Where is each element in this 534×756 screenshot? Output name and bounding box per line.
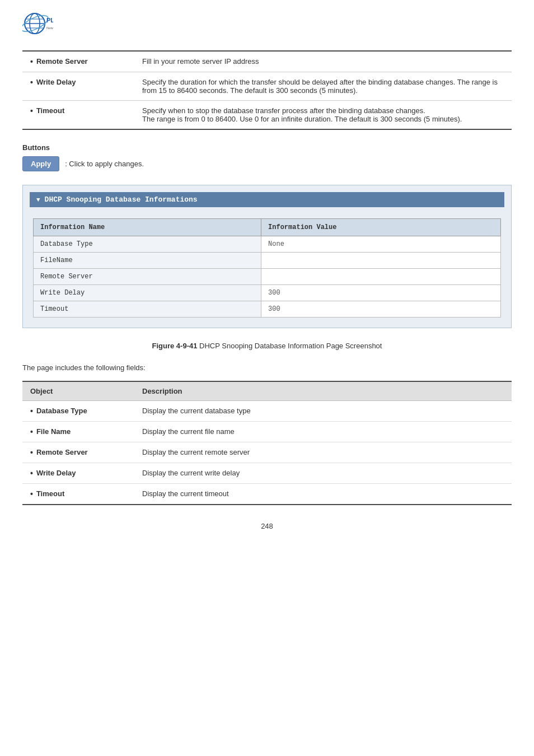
dhcp-col1-header: Information Name (34, 219, 261, 236)
figure-text: DHCP Snooping Database Information Page … (199, 342, 382, 350)
desc-object: Write Delay (22, 463, 134, 484)
desc-description: Display the current timeout (134, 484, 512, 505)
desc-table-row: TimeoutDisplay the current timeout (22, 484, 512, 505)
desc-object: Timeout (22, 484, 134, 505)
dhcp-row-name: FileName (34, 253, 261, 269)
dhcp-row-value: 300 (261, 301, 501, 318)
figure-caption: Figure 4-9-41 DHCP Snooping Database Inf… (22, 342, 512, 350)
desc-table-row: Database TypeDisplay the current databas… (22, 401, 512, 422)
row-label: Write Delay (22, 72, 134, 101)
dhcp-col2-header: Information Value (261, 219, 501, 236)
bullet-label: Write Delay (30, 78, 127, 87)
dhcp-info-table: Information Name Information Value Datab… (33, 218, 501, 318)
row-description: Fill in your remote server IP address (134, 51, 512, 72)
desc-object: File Name (22, 422, 134, 442)
dhcp-section-title: DHCP Snooping Database Informations (45, 195, 198, 204)
dhcp-row-value (261, 269, 501, 285)
page-description: The page includes the following fields: (22, 363, 512, 372)
table-row: Remote ServerFill in your remote server … (22, 51, 512, 72)
desc-object: Database Type (22, 401, 134, 422)
dhcp-row-name: Timeout (34, 301, 261, 318)
desc-table: Object Description Database TypeDisplay … (22, 381, 512, 505)
table-row: TimeoutSpecify when to stop the database… (22, 101, 512, 130)
desc-table-row: Write DelayDisplay the current write del… (22, 463, 512, 484)
dhcp-table-row: Remote Server (34, 269, 501, 285)
dhcp-row-value (261, 253, 501, 269)
svg-text:Networking & Communication: Networking & Communication (46, 26, 53, 30)
buttons-section: Buttons Apply : Click to apply changes. (22, 143, 512, 171)
top-info-table: Remote ServerFill in your remote server … (22, 50, 512, 130)
desc-col2-header: Description (134, 381, 512, 401)
bullet-label: Timeout (30, 106, 127, 115)
row-label: Timeout (22, 101, 134, 130)
dhcp-row-name: Remote Server (34, 269, 261, 285)
row-label: Remote Server (22, 51, 134, 72)
desc-bullet: Database Type (30, 407, 127, 416)
desc-table-row: File NameDisplay the current file name (22, 422, 512, 442)
desc-col1-header: Object (22, 381, 134, 401)
desc-bullet: Timeout (30, 489, 127, 498)
dhcp-table-row: Timeout300 (34, 301, 501, 318)
dhcp-table-row: FileName (34, 253, 501, 269)
row-description: Specify the duration for which the trans… (134, 72, 512, 101)
apply-button[interactable]: Apply (22, 156, 59, 171)
dhcp-row-name: Write Delay (34, 285, 261, 301)
planet-logo-icon: PLANET Networking & Communication (22, 11, 53, 39)
desc-description: Display the current write delay (134, 463, 512, 484)
dhcp-collapse-arrow[interactable]: ▼ (36, 197, 40, 203)
logo-area: PLANET Networking & Communication (22, 11, 512, 39)
bullet-label: Remote Server (30, 57, 127, 66)
desc-description: Display the current remote server (134, 442, 512, 463)
row-description: Specify when to stop the database transf… (134, 101, 512, 130)
desc-object: Remote Server (22, 442, 134, 463)
dhcp-table-row: Database TypeNone (34, 236, 501, 253)
desc-bullet: Remote Server (30, 448, 127, 457)
dhcp-snooping-section: ▼ DHCP Snooping Database Informations In… (22, 185, 512, 328)
buttons-heading: Buttons (22, 143, 512, 152)
svg-text:PLANET: PLANET (46, 17, 53, 24)
dhcp-section-header: ▼ DHCP Snooping Database Informations (30, 192, 504, 207)
desc-bullet: File Name (30, 427, 127, 436)
dhcp-table-row: Write Delay300 (34, 285, 501, 301)
dhcp-row-value: 300 (261, 285, 501, 301)
figure-label: Figure 4-9-41 (152, 342, 198, 350)
dhcp-row-value: None (261, 236, 501, 253)
dhcp-row-name: Database Type (34, 236, 261, 253)
page-number: 248 (22, 522, 512, 530)
desc-bullet: Write Delay (30, 469, 127, 478)
apply-description: : Click to apply changes. (65, 160, 144, 168)
desc-description: Display the current database type (134, 401, 512, 422)
desc-description: Display the current file name (134, 422, 512, 442)
desc-table-row: Remote ServerDisplay the current remote … (22, 442, 512, 463)
table-row: Write DelaySpecify the duration for whic… (22, 72, 512, 101)
